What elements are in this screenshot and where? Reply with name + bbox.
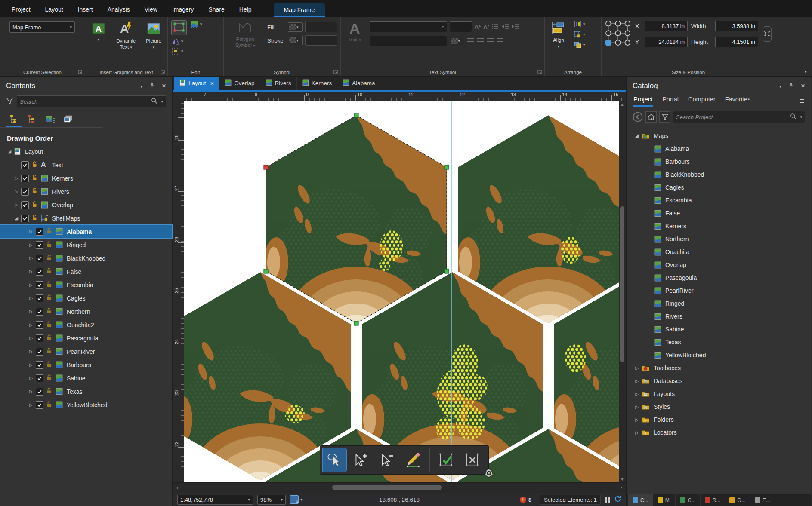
catalog-map-item[interactable]: Kerners <box>627 220 811 233</box>
visibility-checkbox[interactable] <box>36 241 43 249</box>
contents-layer-row[interactable]: ▷ Alabama <box>0 225 172 238</box>
stroke-field[interactable] <box>305 35 337 46</box>
catalog-map-item[interactable]: YellowBlotched <box>627 349 811 362</box>
expander-icon[interactable]: ▷ <box>28 336 34 340</box>
align-right-icon[interactable] <box>487 37 494 45</box>
menu-item[interactable]: Imagery <box>165 2 201 17</box>
view-drawing-order-button[interactable] <box>6 113 22 127</box>
contents-search-input[interactable] <box>20 98 151 105</box>
selection-handle[interactable] <box>445 165 449 169</box>
catalog-map-item[interactable]: Rivers <box>627 310 811 323</box>
expander-icon[interactable]: ▷ <box>28 256 34 261</box>
sketch-pencil-button[interactable] <box>401 448 425 472</box>
dialog-launcher-icon[interactable] <box>537 69 542 74</box>
horizontal-scrollbar[interactable]: ‹ › <box>173 482 626 493</box>
catalog-map-item[interactable]: Cagles <box>627 181 811 194</box>
align-left-icon[interactable] <box>467 37 474 45</box>
expander-icon[interactable]: ▷ <box>633 392 640 396</box>
expander-icon[interactable]: ▷ <box>633 405 640 409</box>
contents-layer-row[interactable]: ▷ Cagles <box>0 291 172 305</box>
lasso-select-button[interactable] <box>323 448 346 472</box>
cancel-edit-button[interactable] <box>461 448 484 472</box>
pin-icon[interactable] <box>788 82 794 90</box>
visibility-checkbox[interactable] <box>21 188 29 196</box>
contents-layer-row[interactable]: ▷ Northern <box>0 305 172 318</box>
scroll-left-icon[interactable]: ‹ <box>176 484 178 491</box>
increase-indent-icon[interactable] <box>512 23 519 31</box>
vertical-scroll-thumb[interactable] <box>620 206 624 362</box>
catalog-map-item[interactable]: Overlap <box>627 258 811 271</box>
shrink-font-icon[interactable]: A▾ <box>483 24 489 31</box>
view-pages-button[interactable] <box>60 113 77 127</box>
expander-icon[interactable]: ▷ <box>28 296 34 301</box>
remove-vertex-button[interactable] <box>375 448 398 472</box>
layout-page[interactable]: ⚙ <box>184 101 619 482</box>
expander-icon[interactable]: ▷ <box>633 366 640 371</box>
font-size-combo[interactable] <box>450 21 472 32</box>
panel-menu-icon[interactable]: ▾ <box>140 84 142 89</box>
expander-icon[interactable]: ▷ <box>28 242 34 247</box>
visibility-checkbox[interactable] <box>36 361 43 369</box>
dock-tab[interactable]: E... <box>750 494 775 506</box>
flip-button[interactable]: ▾ <box>171 37 187 45</box>
context-tab-map-frame[interactable]: Map Frame <box>274 3 325 17</box>
font-combo[interactable]: ▾ <box>370 21 447 32</box>
insert-text-button[interactable]: A ▾ <box>89 20 108 51</box>
visibility-checkbox[interactable] <box>36 388 43 396</box>
map-frame-navigation-button[interactable]: ▾ <box>290 495 303 504</box>
catalog-map-item[interactable]: Ouachita <box>627 245 811 258</box>
close-panel-icon[interactable]: × <box>801 83 805 89</box>
menu-item[interactable]: Layout <box>38 2 71 17</box>
selection-handle[interactable] <box>354 113 358 117</box>
expander-icon[interactable]: ▷ <box>28 269 34 274</box>
dock-tab[interactable]: G... <box>725 494 750 506</box>
contents-layer-row[interactable]: ▷ PearlRiver <box>0 345 172 358</box>
anchor-point-grid[interactable] <box>605 20 631 47</box>
pin-icon[interactable] <box>149 82 155 90</box>
close-tab-icon[interactable]: × <box>209 81 214 86</box>
layout-canvas[interactable] <box>184 101 619 482</box>
contents-layer-row[interactable]: ▷ Barbours <box>0 358 172 371</box>
filter-icon[interactable] <box>6 97 13 106</box>
width-value-field[interactable]: 3.5938 in <box>715 21 758 31</box>
polygon-symbol-button[interactable]: Polygon Symbol ▾ <box>227 20 263 49</box>
catalog-tab[interactable]: Favorites <box>725 96 751 107</box>
contents-layer-row[interactable]: ▷ Ouachita2 <box>0 318 172 331</box>
layout-tab[interactable]: Alabama <box>337 77 380 90</box>
contents-layer-row[interactable]: ▷ Texas <box>0 385 172 398</box>
expander-icon[interactable]: ▷ <box>28 362 34 367</box>
layout-tab[interactable]: Overlap <box>219 77 260 90</box>
catalog-map-item[interactable]: BlackKnobbed <box>627 168 811 181</box>
catalog-tab[interactable]: Computer <box>688 96 716 107</box>
dock-tab[interactable]: C... <box>676 494 701 506</box>
visibility-checkbox[interactable] <box>36 308 43 316</box>
menu-item[interactable]: Help <box>232 2 259 17</box>
visibility-checkbox[interactable] <box>36 294 43 302</box>
align-center-icon[interactable] <box>477 37 484 45</box>
visibility-checkbox[interactable] <box>21 161 29 169</box>
contents-layer-row[interactable]: ▷ Pascagoula <box>0 331 172 345</box>
visibility-checkbox[interactable] <box>36 255 43 262</box>
visibility-checkbox[interactable] <box>36 334 43 342</box>
zoom-level-combo[interactable]: 98% ▾ <box>257 495 286 505</box>
panel-menu-icon[interactable]: ▾ <box>779 84 781 89</box>
justify-icon[interactable] <box>497 37 504 45</box>
dialog-launcher-icon[interactable] <box>77 69 83 74</box>
order-button[interactable]: ▾ <box>573 41 585 49</box>
layout-tab[interactable]: Layout × <box>174 77 219 90</box>
visibility-checkbox[interactable] <box>21 201 29 209</box>
menu-item[interactable]: Share <box>201 2 232 17</box>
view-map-frames-button[interactable] <box>42 113 59 127</box>
decrease-indent-icon[interactable] <box>502 23 509 31</box>
group-button[interactable]: ▾ <box>573 31 585 38</box>
grow-font-icon[interactable]: A▴ <box>475 24 481 31</box>
catalog-folder-item[interactable]: ▷ Folders <box>627 413 811 426</box>
contents-layer-row[interactable]: ▷ Rivers <box>0 185 172 198</box>
fill-color-swatch[interactable]: ▾ <box>288 22 303 32</box>
expander-icon[interactable]: ▷ <box>28 309 34 314</box>
catalog-maps-folder[interactable]: ◢ Maps <box>627 129 811 142</box>
bullet-list-icon[interactable] <box>492 23 499 31</box>
contents-layer-row[interactable]: ▷ Escambia <box>0 278 172 291</box>
text-symbol-button[interactable]: A Text ▾ <box>344 20 365 46</box>
fill-field[interactable] <box>305 22 337 32</box>
